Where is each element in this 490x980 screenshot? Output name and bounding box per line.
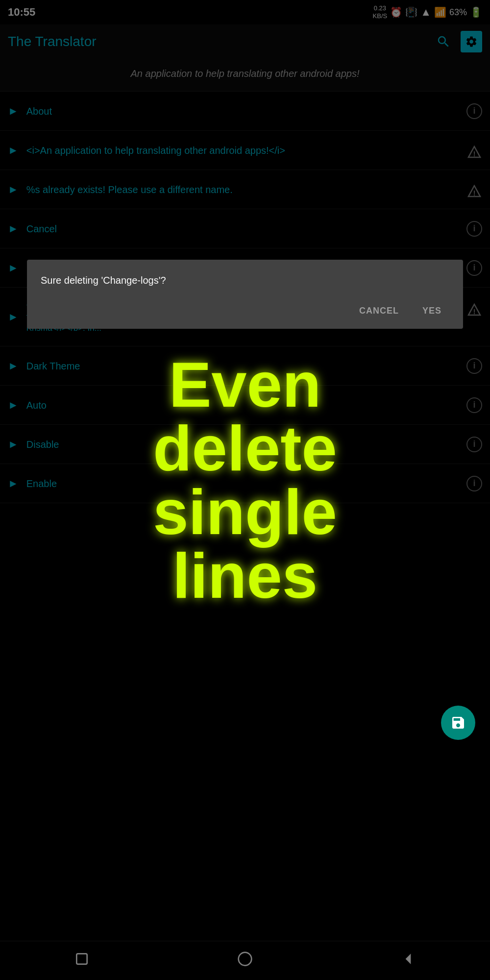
list-item-label-cancel: Cancel xyxy=(26,222,466,236)
svg-marker-8 xyxy=(406,954,411,964)
list-item-label-enable: Enable xyxy=(26,477,466,490)
list-item-label-dark-theme: Dark Theme xyxy=(26,359,466,373)
chevron-icon-dark-theme: ► xyxy=(8,360,19,372)
chevron-icon-changelogs: ► xyxy=(8,262,19,274)
svg-rect-6 xyxy=(76,954,87,964)
warn-icon-credits[interactable]: ! xyxy=(466,300,482,316)
list-item-label-auto: Auto xyxy=(26,398,466,412)
app-bar-icons xyxy=(436,31,482,52)
search-button[interactable] xyxy=(436,34,451,49)
info-icon-enable[interactable]: i xyxy=(466,476,482,491)
chevron-icon-auto: ► xyxy=(8,399,19,412)
save-fab[interactable] xyxy=(441,706,475,740)
battery-icon: 🔋 xyxy=(470,6,482,18)
chevron-icon-exists: ► xyxy=(8,183,19,196)
dialog-actions: CANCEL YES xyxy=(41,301,449,321)
dialog-yes-button[interactable]: YES xyxy=(415,301,449,321)
chevron-icon-cancel: ► xyxy=(8,222,19,235)
warn-icon-italic[interactable]: ! xyxy=(466,143,482,158)
chevron-icon-credits: ► xyxy=(8,311,19,323)
list-item-label-italic: <i>An application to help translating ot… xyxy=(26,144,466,157)
info-icon-cancel[interactable]: i xyxy=(466,221,482,237)
list-item-cancel[interactable]: ► Cancel i xyxy=(0,209,490,248)
signal-icon: 📶 xyxy=(434,6,446,18)
list-item-italic-desc[interactable]: ► <i>An application to help translating … xyxy=(0,131,490,170)
chevron-icon-enable: ► xyxy=(8,477,19,490)
vibrate-icon: 📳 xyxy=(405,6,417,18)
status-icons: 0.23KB/S ⏰ 📳 ▲ 📶 63% 🔋 xyxy=(373,4,482,20)
list-item-label-about: About xyxy=(26,104,466,118)
overlay-line4: lines xyxy=(0,544,490,608)
warn-icon-exists[interactable]: ! xyxy=(466,182,482,197)
list-item-label-disable: Disable xyxy=(26,438,466,451)
list-item-auto[interactable]: ► Auto i xyxy=(0,386,490,425)
app-title: The Translator xyxy=(8,34,97,49)
app-bar: The Translator xyxy=(0,24,490,59)
status-bar: 10:55 0.23KB/S ⏰ 📳 ▲ 📶 63% 🔋 xyxy=(0,0,490,24)
dialog-cancel-button[interactable]: CANCEL xyxy=(351,301,407,321)
list-item-already-exists[interactable]: ► %s already exists! Please use a differ… xyxy=(0,170,490,209)
settings-button[interactable] xyxy=(461,31,482,52)
chevron-icon-italic: ► xyxy=(8,144,19,157)
recent-apps-button[interactable] xyxy=(59,946,104,975)
info-icon-auto[interactable]: i xyxy=(466,397,482,413)
subtitle-bar: An application to help translating other… xyxy=(0,59,490,92)
info-icon-dark-theme[interactable]: i xyxy=(466,358,482,374)
wifi-icon: ▲ xyxy=(420,6,431,19)
svg-text:!: ! xyxy=(473,308,476,316)
list-item-about[interactable]: ► About i xyxy=(0,92,490,131)
nav-bar xyxy=(0,941,490,980)
list-item-disable[interactable]: ► Disable i xyxy=(0,425,490,464)
chevron-icon-about: ► xyxy=(8,105,19,118)
svg-point-7 xyxy=(239,953,252,966)
dialog-message: Sure deleting 'Change-logs'? xyxy=(41,273,449,287)
alarm-icon: ⏰ xyxy=(390,6,402,18)
battery-percent: 63% xyxy=(449,7,467,18)
status-time: 10:55 xyxy=(8,6,35,19)
subtitle-text: An application to help translating other… xyxy=(10,67,480,80)
network-speed: 0.23KB/S xyxy=(373,4,388,20)
back-button[interactable] xyxy=(386,946,431,975)
list-item-label-exists: %s already exists! Please use a differen… xyxy=(26,183,466,196)
list-item-dark-theme[interactable]: ► Dark Theme i xyxy=(0,346,490,386)
chevron-icon-disable: ► xyxy=(8,438,19,451)
dialog: Sure deleting 'Change-logs'? CANCEL YES xyxy=(27,260,463,329)
info-icon-changelogs[interactable]: i xyxy=(466,260,482,276)
info-icon-disable[interactable]: i xyxy=(466,437,482,452)
info-icon-about[interactable]: i xyxy=(466,103,482,119)
home-button[interactable] xyxy=(222,946,268,975)
svg-text:!: ! xyxy=(473,150,476,158)
svg-text:!: ! xyxy=(473,189,476,197)
list-item-enable[interactable]: ► Enable i xyxy=(0,464,490,503)
